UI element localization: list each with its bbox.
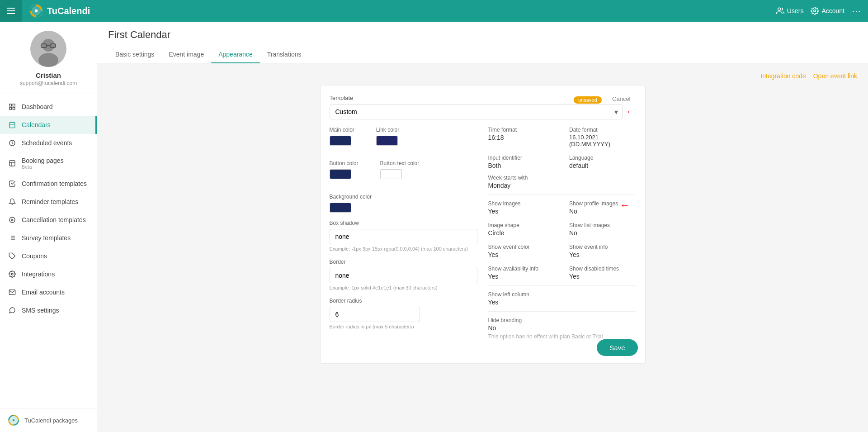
sidebar-user-email: support@tucalendi.com <box>20 80 77 86</box>
show-availability-label: Show availability info <box>488 266 555 272</box>
image-shape-value: Circle <box>488 229 555 237</box>
button-text-color-field: Button text color <box>380 160 420 179</box>
sidebar-item-booking-pages[interactable]: Booking pages Beta <box>0 152 97 175</box>
svg-point-1 <box>35 9 38 12</box>
show-list-images-label: Show list images <box>569 222 636 228</box>
info-grid-2: Show images Yes Show profile images No ←… <box>488 200 636 280</box>
background-color-label: Background color <box>330 194 477 200</box>
language-label: Language <box>569 155 636 161</box>
sidebar-item-integrations[interactable]: Integrations <box>0 265 97 283</box>
time-format-item: Time format 16:18 <box>488 127 555 147</box>
sidebar-item-scheduled-events[interactable]: Scheduled events <box>0 134 97 152</box>
language-item: Language default <box>569 155 636 169</box>
tab-event-image[interactable]: Event image <box>161 46 211 63</box>
save-button[interactable]: Save <box>597 339 637 356</box>
two-col-layout: Main color Link color Button color <box>330 127 636 343</box>
sidebar-bottom[interactable]: TuCalendi packages <box>0 408 97 432</box>
template-arrow-indicator: ← <box>626 106 636 118</box>
list-icon <box>8 234 16 242</box>
main-color-swatch[interactable] <box>330 136 351 146</box>
show-availability-item: Show availability info Yes <box>488 266 555 280</box>
sidebar-item-confirmation-label: Confirmation templates <box>22 180 87 187</box>
show-event-color-item: Show event color Yes <box>488 244 555 258</box>
sidebar-profile: Cristian support@tucalendi.com <box>0 22 97 94</box>
show-images-value: Yes <box>488 208 555 215</box>
sidebar-item-coupons[interactable]: Coupons <box>0 247 97 265</box>
tab-appearance[interactable]: Appearance <box>211 46 260 63</box>
menu-toggle-button[interactable] <box>0 0 22 22</box>
users-button[interactable]: Users <box>776 7 804 15</box>
unsaved-badge: unsaved <box>574 96 602 104</box>
sidebar-item-reminder-label: Reminder templates <box>22 198 78 205</box>
show-profile-images-row: Show profile images No ← <box>569 200 636 215</box>
sidebar-item-booking-pages-label: Booking pages <box>22 157 64 164</box>
border-radius-input[interactable] <box>330 307 420 322</box>
sidebar-item-confirmation-templates[interactable]: Confirmation templates <box>0 175 97 193</box>
svg-rect-11 <box>13 104 15 106</box>
show-event-color-label: Show event color <box>488 244 555 250</box>
sidebar-item-calendars[interactable]: Calendars <box>0 116 97 134</box>
show-profile-images-item: Show profile images No <box>569 200 618 215</box>
sidebar: Cristian support@tucalendi.com Dashboard… <box>0 22 97 432</box>
show-profile-images-value: No <box>569 208 618 215</box>
border-label: Border <box>330 259 477 265</box>
cancel-button[interactable]: Cancel <box>612 95 630 102</box>
settings-icon <box>8 270 16 278</box>
sidebar-item-email-accounts-label: Email accounts <box>22 289 65 296</box>
background-color-swatch[interactable] <box>330 203 351 213</box>
svg-point-2 <box>778 8 781 10</box>
tab-basic-settings[interactable]: Basic settings <box>108 46 161 63</box>
svg-point-3 <box>814 10 816 12</box>
sidebar-item-coupons-label: Coupons <box>22 252 47 260</box>
check-square-icon <box>8 180 16 188</box>
logo-text: TuCalendi <box>47 6 90 16</box>
link-color-swatch[interactable] <box>376 136 398 146</box>
info-grid-1: Time format 16:18 Date format 16.10.2021… <box>488 127 636 169</box>
button-text-color-swatch[interactable] <box>380 169 402 179</box>
account-button[interactable]: Account <box>811 7 844 15</box>
box-shadow-field: Box shadow Example: -1px 3px 15px rgba(0… <box>330 220 477 252</box>
button-color-field: Button color <box>330 160 359 179</box>
calendar-icon <box>8 121 16 129</box>
tab-translations[interactable]: Translations <box>260 46 309 63</box>
template-select-wrapper: Custom Default Minimal Dark ▾ <box>330 104 623 119</box>
button-color-label: Button color <box>330 160 359 166</box>
show-availability-value: Yes <box>488 273 555 280</box>
account-label: Account <box>821 7 844 14</box>
input-identifier-value: Both <box>488 162 555 169</box>
link-color-label: Link color <box>376 127 399 133</box>
background-color-field: Background color <box>330 194 477 213</box>
template-select[interactable]: Custom Default Minimal Dark <box>330 104 623 119</box>
show-event-info-value: Yes <box>569 251 636 258</box>
integration-code-link[interactable]: Integration code <box>760 72 806 80</box>
input-identifier-label: Input identifier <box>488 155 555 161</box>
open-event-link[interactable]: Open event link <box>813 72 857 80</box>
clock-icon <box>8 139 16 147</box>
more-options-button[interactable]: ⋯ <box>852 5 861 16</box>
time-format-value: 16:18 <box>488 134 555 141</box>
border-input[interactable] <box>330 268 477 283</box>
show-left-column-value: Yes <box>488 299 636 306</box>
language-value: default <box>569 162 636 169</box>
show-profile-images-label: Show profile images <box>569 200 618 207</box>
main-color-label: Main color <box>330 127 354 133</box>
sidebar-item-sms-settings[interactable]: SMS settings <box>0 301 97 319</box>
hide-branding-value: No <box>488 324 636 332</box>
date-format-item: Date format 16.10.2021 (DD.MM.YYYY) <box>569 127 636 147</box>
sidebar-item-email-accounts[interactable]: Email accounts <box>0 283 97 301</box>
box-shadow-input[interactable] <box>330 229 477 244</box>
button-color-swatch[interactable] <box>330 169 351 179</box>
sidebar-item-cancellation-templates[interactable]: Cancellation templates <box>0 211 97 229</box>
image-shape-label: Image shape <box>488 222 555 228</box>
tag-icon <box>8 252 16 260</box>
sidebar-item-survey-templates[interactable]: Survey templates <box>0 229 97 247</box>
topbar: TuCalendi Users Account ⋯ <box>0 0 868 22</box>
top-links: Integration code Open event link <box>108 72 857 80</box>
sidebar-item-reminder-templates[interactable]: Reminder templates <box>0 193 97 211</box>
tabs: Basic settings Event image Appearance Tr… <box>108 46 857 63</box>
link-color-field: Link color <box>376 127 399 146</box>
sidebar-item-dashboard[interactable]: Dashboard <box>0 98 97 116</box>
sidebar-bottom-label: TuCalendi packages <box>24 417 78 424</box>
show-images-label: Show images <box>488 200 555 207</box>
users-label: Users <box>787 7 804 14</box>
